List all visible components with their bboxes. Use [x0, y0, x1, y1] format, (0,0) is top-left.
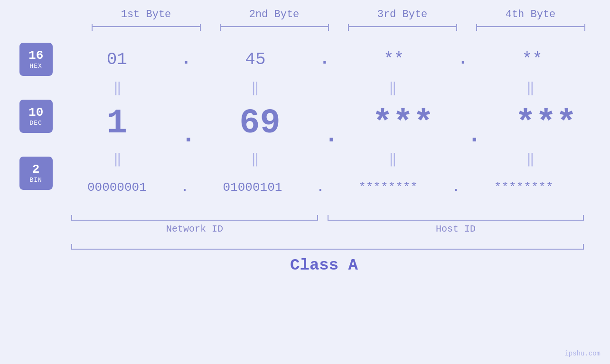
bracket-right-1 — [200, 24, 201, 31]
footer: ipshu.com — [564, 350, 601, 357]
bracket-left-4 — [476, 24, 477, 31]
main-container: 1st Byte 2nd Byte 3rd Byte 4th Byte — [0, 0, 610, 364]
eq1-sign2: ‖ — [251, 80, 258, 96]
dec-dot2: . — [324, 123, 339, 148]
bracket-byte4 — [467, 22, 595, 31]
class-label-row: Class A — [0, 256, 610, 274]
hex-byte1-cell: 01 — [53, 50, 181, 69]
bin-badge-spacer: 2 BIN — [19, 154, 53, 192]
byte3-header: 3rd Byte — [338, 9, 467, 20]
full-bracket-row — [0, 241, 610, 250]
bracket-left-2 — [220, 24, 221, 31]
dec-byte3-value: *** — [372, 104, 434, 143]
eq1-cell3: ‖ — [328, 80, 456, 96]
bracket-line-3 — [348, 26, 457, 27]
hex-byte1-value: 01 — [107, 50, 127, 69]
dec-dot1: . — [181, 123, 196, 148]
eq2-cell1: ‖ — [53, 151, 181, 167]
dec-byte1-value: 1 — [107, 104, 127, 143]
bracket-left-3 — [348, 24, 349, 31]
eq1-cell2: ‖ — [190, 80, 319, 96]
bracket-byte3 — [338, 22, 467, 31]
bin-byte4-value: ******** — [494, 180, 554, 195]
eq2-sign3: ‖ — [389, 151, 396, 167]
bin-dot3: . — [452, 181, 460, 194]
bracket-right-4 — [584, 24, 585, 31]
hex-byte2-value: 45 — [245, 50, 265, 69]
network-bracket-line — [71, 220, 318, 221]
top-bracket-row — [0, 22, 610, 31]
eq2-cell4: ‖ — [466, 151, 594, 167]
eq2-sign2: ‖ — [251, 151, 258, 167]
eq2-sign4: ‖ — [526, 151, 534, 167]
bin-byte2-cell: 01000101 — [188, 180, 317, 195]
bracket-line-4 — [476, 26, 585, 27]
hex-byte3-cell: ** — [330, 50, 458, 69]
dec-badge-num: 10 — [28, 106, 43, 120]
main-content: 16 HEX 10 DEC 2 BIN — [0, 40, 610, 206]
byte2-header: 2nd Byte — [210, 9, 338, 20]
eq1-cell4: ‖ — [466, 80, 594, 96]
full-bracket-right — [583, 244, 584, 250]
dec-byte4-value: *** — [515, 104, 577, 143]
eq1-sign4: ‖ — [526, 80, 534, 96]
eq2-sign1: ‖ — [113, 151, 121, 167]
bin-byte2-value: 01000101 — [223, 180, 282, 195]
bracket-byte1 — [82, 22, 210, 31]
bottom-bracket-row — [0, 210, 610, 221]
class-label: Class A — [290, 256, 358, 274]
hex-byte4-value: ** — [522, 50, 543, 69]
full-bracket-line — [71, 249, 584, 250]
hex-row: 01 . 45 . ** . ** — [53, 40, 610, 78]
network-bracket — [66, 210, 323, 221]
bin-byte3-cell: ******** — [324, 180, 452, 195]
full-bracket — [66, 241, 589, 250]
dec-byte1-cell: 1 — [53, 104, 181, 143]
bin-dot2: . — [317, 181, 324, 194]
network-id-label: Network ID — [66, 224, 323, 234]
hex-byte4-cell: ** — [468, 50, 596, 69]
network-bracket-right — [317, 215, 318, 221]
dec-byte4-cell: *** — [482, 104, 610, 143]
equals-row-1: ‖ ‖ ‖ ‖ — [53, 78, 610, 97]
badge-column: 16 HEX 10 DEC 2 BIN — [0, 40, 53, 192]
byte4-header: 4th Byte — [467, 9, 595, 20]
bin-badge: 2 BIN — [19, 157, 53, 190]
eq2-cell2: ‖ — [190, 151, 319, 167]
id-label-row: Network ID Host ID — [0, 224, 610, 234]
eq1-sign3: ‖ — [389, 80, 396, 96]
bin-badge-num: 2 — [32, 163, 40, 177]
network-bracket-left — [71, 215, 72, 221]
bin-byte4-cell: ******** — [460, 180, 588, 195]
bracket-left-1 — [92, 24, 93, 31]
bin-row: 00000001 . 01000101 . ******** . *******… — [53, 168, 610, 206]
host-bracket-left — [328, 215, 328, 221]
eq1-cell1: ‖ — [53, 80, 181, 96]
full-bracket-left — [71, 244, 72, 250]
bracket-line-2 — [220, 26, 329, 27]
bracket-right-3 — [456, 24, 457, 31]
bin-dot1: . — [181, 181, 188, 194]
dec-byte3-cell: *** — [339, 104, 467, 143]
dec-dot3: . — [467, 123, 482, 148]
host-bracket — [323, 210, 589, 221]
hex-dot1: . — [181, 51, 191, 68]
hex-dot2: . — [319, 51, 330, 68]
bracket-line-1 — [92, 26, 201, 27]
dec-badge: 10 DEC — [19, 100, 53, 133]
bin-byte1-value: 00000001 — [87, 180, 147, 195]
byte1-header: 1st Byte — [82, 9, 210, 20]
dec-badge-label: DEC — [29, 120, 42, 127]
hex-badge-label: HEX — [29, 63, 42, 70]
dec-badge-spacer: 10 DEC — [19, 97, 53, 135]
dec-byte2-cell: 69 — [196, 104, 324, 143]
hex-byte3-value: ** — [384, 50, 404, 69]
bin-byte1-cell: 00000001 — [53, 180, 181, 195]
bin-badge-label: BIN — [29, 177, 42, 184]
bracket-right-2 — [328, 24, 329, 31]
bracket-byte2 — [210, 22, 338, 31]
host-id-label: Host ID — [323, 224, 589, 234]
dec-byte2-value: 69 — [239, 104, 280, 143]
hex-byte2-cell: 45 — [191, 50, 319, 69]
hex-dot3: . — [458, 51, 469, 68]
